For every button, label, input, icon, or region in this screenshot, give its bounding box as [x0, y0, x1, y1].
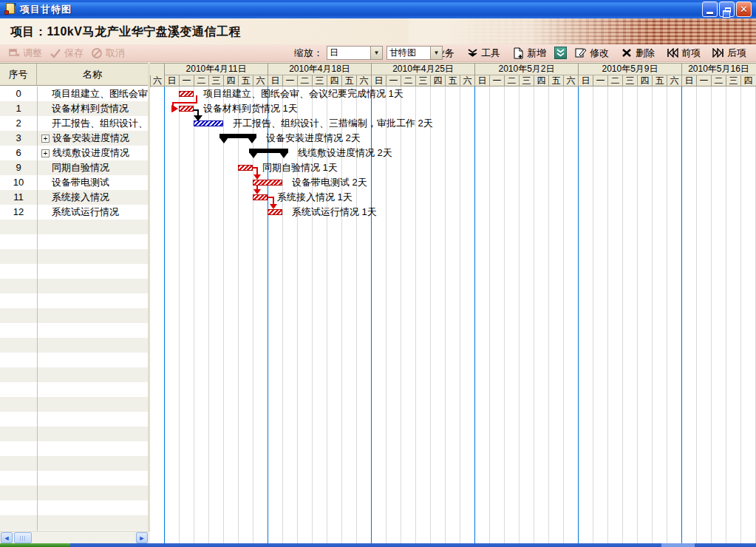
day-header-cell: 日	[371, 75, 386, 87]
day-header-cell: 一	[593, 75, 607, 87]
day-grid-line	[534, 86, 534, 543]
table-row[interactable]: 1设备材料到货情况	[0, 101, 148, 116]
save-button[interactable]: 保存	[46, 45, 87, 61]
minimize-button[interactable]	[702, 1, 718, 17]
day-grid-line	[711, 86, 712, 543]
task-label: 系统试运行情况 1天	[292, 207, 377, 217]
gantt-bar[interactable]	[179, 91, 194, 97]
day-grid-line	[238, 86, 239, 543]
taskbar-strip	[0, 543, 756, 547]
row-name: +设备安装进度情况	[37, 131, 148, 146]
task-label: 线缆敷设进度情况 2天	[298, 148, 392, 158]
restore-button[interactable]	[719, 1, 735, 17]
day-grid-line	[696, 86, 697, 543]
row-id: 10	[0, 175, 37, 190]
scroll-left-button[interactable]: ◄	[1, 532, 13, 543]
gantt-bar[interactable]	[194, 120, 223, 126]
start-button-fragment[interactable]	[0, 543, 70, 547]
tools-label: 工具	[481, 47, 500, 60]
scroll-right-button[interactable]: ►	[136, 532, 148, 543]
table-row[interactable]: 9同期自验情况	[0, 160, 148, 175]
more-options-button[interactable]	[554, 47, 567, 59]
day-grid-line	[415, 86, 416, 543]
column-header-seq: 序号	[0, 64, 37, 85]
week-header-cell: 2010年4月25日	[371, 64, 474, 75]
toolbar: 调整 保存 取消 缩放： 日 ▼ 甘特图	[0, 44, 756, 62]
gantt-bar[interactable]	[238, 165, 253, 171]
row-name: 系统接入情况	[37, 190, 148, 205]
gantt-bar[interactable]	[268, 209, 282, 215]
close-button[interactable]: ✕	[736, 1, 752, 17]
main-area: 序号 名称 0项目组建立、图纸会审、1设备材料到货情况2开工报告、组织设计、三3…	[0, 63, 756, 543]
add-button[interactable]: 新增	[508, 45, 550, 61]
day-grid-line	[667, 86, 667, 543]
next-item-label: 后项	[727, 47, 746, 60]
table-row[interactable]: 12系统试运行情况	[0, 205, 148, 220]
view-select[interactable]: 甘特图 ▼	[386, 46, 443, 60]
table-row[interactable]: 10设备带电测试	[0, 175, 148, 190]
gantt-bar[interactable]	[179, 106, 194, 112]
day-header-cell: 二	[607, 75, 622, 87]
project-title: 项目：110kV马龙产业华宁盘溪变通信工程	[10, 24, 241, 40]
window-controls: ✕	[702, 1, 753, 17]
dependency-arrow-down-icon	[253, 174, 261, 180]
expand-plus-icon[interactable]: +	[41, 149, 50, 157]
table-header: 序号 名称	[0, 63, 148, 86]
day-header-cell: 三	[415, 75, 430, 87]
task-label: 设备安装进度情况 2天	[266, 133, 361, 143]
table-row[interactable]: 0项目组建立、图纸会审、	[0, 86, 148, 101]
prev-item-icon	[667, 47, 678, 59]
row-id: 1	[0, 101, 37, 116]
scroll-thumb[interactable]	[14, 532, 32, 543]
table-row[interactable]: 2开工报告、组织设计、三	[0, 116, 148, 131]
task-label: 同期自验情况 1天	[262, 163, 338, 173]
day-header-cell: 一	[179, 75, 194, 87]
adjust-button[interactable]: 调整	[4, 45, 46, 61]
chart-date-header: 2010年4月11日2010年4月18日2010年4月25日2010年5月2日2…	[150, 63, 756, 86]
restore-icon	[725, 7, 731, 13]
gantt-chart-panel: 2010年4月11日2010年4月18日2010年4月25日2010年5月2日2…	[150, 63, 756, 543]
cancel-button[interactable]: 取消	[87, 45, 129, 61]
tools-button[interactable]: 工具	[463, 45, 504, 61]
day-header-cell: 三	[519, 75, 534, 87]
week-header-cell: 2010年5月2日	[474, 64, 578, 75]
prev-item-button[interactable]: 前项	[663, 45, 704, 61]
day-grid-line	[223, 86, 224, 543]
view-select-arrow-icon[interactable]: ▼	[430, 47, 442, 59]
day-header-cell: 六	[150, 75, 164, 87]
edit-button[interactable]: 修改	[571, 45, 613, 61]
zoom-select[interactable]: 日 ▼	[327, 46, 383, 60]
day-grid-line	[726, 86, 726, 543]
day-header-cell: 五	[652, 75, 667, 87]
day-header-cell: 一	[696, 75, 711, 87]
row-name: 设备材料到货情况	[37, 101, 148, 116]
day-grid-line	[637, 86, 638, 543]
gantt-bar[interactable]	[253, 180, 282, 186]
next-item-button[interactable]: 后项	[709, 45, 750, 61]
day-grid-line	[208, 86, 209, 543]
expand-plus-icon[interactable]: +	[41, 135, 50, 143]
day-header-cell: 三	[208, 75, 223, 87]
table-row[interactable]: 6+线缆敷设进度情况	[0, 146, 148, 160]
save-check-icon	[50, 47, 61, 59]
day-header-cell: 六	[460, 75, 474, 87]
week-grid-line	[681, 86, 682, 543]
add-page-icon	[512, 47, 524, 59]
day-header-cell: 日	[578, 75, 593, 87]
table-row[interactable]: 11系统接入情况	[0, 190, 148, 205]
taskbar-button-fragment[interactable]	[661, 543, 695, 547]
day-grid-line	[519, 86, 520, 543]
day-grid-line	[740, 86, 741, 543]
gantt-bar[interactable]	[253, 194, 268, 200]
table-row[interactable]: 3+设备安装进度情况	[0, 131, 148, 146]
prev-item-label: 前项	[681, 47, 701, 60]
zoom-select-arrow-icon[interactable]: ▼	[370, 47, 382, 59]
horizontal-scrollbar[interactable]: ◄ ►	[0, 531, 150, 543]
task-label: 项目组建立、图纸会审、会议纪要完成情况 1天	[203, 89, 403, 99]
delete-button[interactable]: 删除	[617, 45, 658, 61]
day-header-cell: 五	[341, 75, 356, 87]
row-name-text: 设备安装进度情况	[52, 131, 129, 146]
day-header-cell: 六	[253, 75, 268, 87]
row-name-text: 项目组建立、图纸会审、	[52, 86, 148, 101]
minimize-icon	[706, 12, 713, 14]
